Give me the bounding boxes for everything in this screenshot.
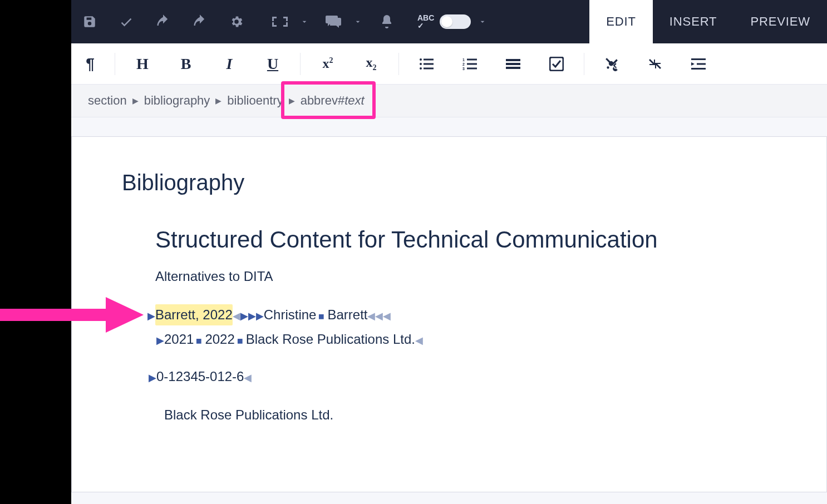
element-start-marker-icon: ▶ xyxy=(147,308,155,324)
checkmark-icon xyxy=(119,14,134,29)
breadcrumb: section ▶ bibliography ▶ biblioentry ▶ a… xyxy=(71,85,827,117)
app: ABC✓ EDIT INSERT PREVIEW ¶ H B xyxy=(71,0,827,504)
view-button[interactable] xyxy=(262,0,298,43)
element-start-marker-icon: ▶ xyxy=(149,370,156,386)
crumb-section[interactable]: section xyxy=(88,93,127,108)
pilcrow-icon: ¶ xyxy=(86,55,95,73)
tab-preview[interactable]: PREVIEW xyxy=(734,0,827,43)
chevron-down-icon xyxy=(353,17,362,26)
chevron-down-icon xyxy=(300,17,309,26)
year1-text[interactable]: 2021 xyxy=(164,329,194,350)
element-start-marker-icon: ▶ xyxy=(156,333,164,349)
page-title: Bibliography xyxy=(122,170,826,195)
checkbox-icon xyxy=(549,57,564,71)
toggle-knob xyxy=(441,16,452,27)
entry-title: Structured Content for Technical Communi… xyxy=(155,226,826,253)
crumb-abbrev-text[interactable]: abbrev#text xyxy=(301,93,365,108)
save-icon xyxy=(82,14,97,29)
notifications-button[interactable] xyxy=(368,0,405,43)
gear-icon xyxy=(229,14,244,29)
element-start-marker-icon: ▶ xyxy=(248,308,256,324)
firstname-text[interactable]: Christine xyxy=(264,304,317,325)
heading-button[interactable]: H xyxy=(121,43,164,85)
indent-button[interactable] xyxy=(677,43,720,85)
svg-rect-11 xyxy=(467,67,477,69)
element-end-marker-icon: ◀ xyxy=(375,308,383,324)
redo-button[interactable] xyxy=(181,0,218,43)
toolbar-separator xyxy=(398,53,399,75)
crumb-biblioentry[interactable]: biblioentry xyxy=(227,93,283,108)
bell-icon xyxy=(380,14,393,29)
toolbar-separator xyxy=(584,53,584,75)
settings-button[interactable] xyxy=(218,0,255,43)
cut-button[interactable] xyxy=(590,43,633,85)
italic-button[interactable]: I xyxy=(208,43,251,85)
element-start-marker-icon: ▶ xyxy=(240,308,248,324)
toolbar-separator xyxy=(300,53,301,75)
stage: ABC✓ EDIT INSERT PREVIEW ¶ H B xyxy=(0,0,827,504)
svg-text:1: 1 xyxy=(462,58,465,62)
superscript-button[interactable]: x2 xyxy=(306,43,349,85)
undo-button[interactable] xyxy=(145,0,181,43)
bullet-list-icon xyxy=(419,58,434,70)
subscript-button[interactable]: x2 xyxy=(349,43,393,85)
surname-text[interactable]: Barrett xyxy=(327,304,367,325)
comments-menu-caret[interactable] xyxy=(352,0,364,43)
subscript-icon: x2 xyxy=(366,55,377,72)
content-area: Bibliography Structured Content for Tech… xyxy=(71,117,827,492)
publisher-block: Black Rose Publications Ltd. xyxy=(164,407,826,423)
tab-insert[interactable]: INSERT xyxy=(653,0,734,43)
element-start-marker-icon: ▶ xyxy=(256,308,264,324)
comments-icon xyxy=(325,14,342,29)
undo-icon xyxy=(155,14,171,29)
layers-icon xyxy=(506,58,520,70)
svg-rect-15 xyxy=(550,57,563,71)
svg-rect-16 xyxy=(691,58,706,60)
spellcheck-icon: ABC✓ xyxy=(417,14,434,29)
chevron-down-icon xyxy=(478,17,487,26)
isbn-text[interactable]: 0-12345-012-6 xyxy=(156,366,244,387)
collapse-button[interactable] xyxy=(633,43,677,85)
spellcheck-menu-caret[interactable] xyxy=(476,0,489,43)
spellcheck-toggle[interactable] xyxy=(440,14,471,29)
confirm-button[interactable] xyxy=(108,0,145,43)
bold-button[interactable]: B xyxy=(164,43,208,85)
scissors-icon xyxy=(604,57,619,71)
comments-button[interactable] xyxy=(315,0,352,43)
superscript-icon: x2 xyxy=(323,56,333,71)
svg-rect-12 xyxy=(506,59,520,61)
svg-rect-5 xyxy=(424,67,434,69)
paragraph-button[interactable]: ¶ xyxy=(71,43,109,85)
underline-button[interactable]: U xyxy=(251,43,294,85)
italic-icon: I xyxy=(227,55,233,73)
redo-icon xyxy=(192,14,208,29)
svg-rect-1 xyxy=(424,58,434,60)
checklist-button[interactable] xyxy=(535,43,578,85)
document-page[interactable]: Bibliography Structured Content for Tech… xyxy=(71,136,827,492)
save-button[interactable] xyxy=(71,0,108,43)
year2-text[interactable]: 2022 xyxy=(205,329,234,350)
numbered-list-icon: 123 xyxy=(462,58,477,70)
underline-icon: U xyxy=(267,55,278,73)
procedure-button[interactable] xyxy=(491,43,535,85)
numbered-list-button[interactable]: 123 xyxy=(448,43,491,85)
publisher-inline-text[interactable]: Black Rose Publications Ltd. xyxy=(246,329,415,350)
element-end-marker-icon: ◀ xyxy=(415,333,423,349)
svg-rect-18 xyxy=(691,68,706,70)
svg-rect-13 xyxy=(506,63,520,65)
left-black-strip xyxy=(0,0,71,504)
format-toolbar: ¶ H B I U x2 x2 123 xyxy=(71,43,827,85)
svg-rect-7 xyxy=(467,58,477,60)
svg-rect-3 xyxy=(424,63,434,65)
tab-edit[interactable]: EDIT xyxy=(589,0,653,43)
crumb-bibliography[interactable]: bibliography xyxy=(144,93,210,108)
bullet-list-button[interactable] xyxy=(405,43,448,85)
svg-text:2: 2 xyxy=(462,62,465,66)
heading-icon: H xyxy=(136,55,149,73)
svg-point-0 xyxy=(420,58,422,61)
mode-tabs: EDIT INSERT PREVIEW xyxy=(589,0,827,43)
abbrev-text[interactable]: Barrett, 2022 xyxy=(155,304,233,325)
view-menu-caret[interactable] xyxy=(298,0,311,43)
biblio-entry[interactable]: ▶ Barrett, 2022 ◀ ▶ ▶ ▶ Christine ◆ Barr… xyxy=(147,304,826,387)
element-end-marker-icon: ◀ xyxy=(383,308,391,324)
